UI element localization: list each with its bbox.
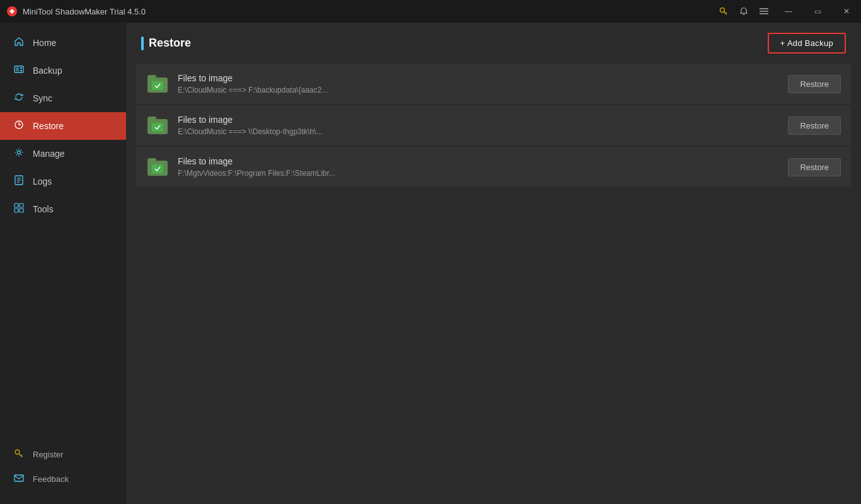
svg-point-19 — [15, 450, 20, 454]
titlebar-left: MiniTool ShadowMaker Trial 4.5.0 — [6, 6, 146, 17]
backup-info: Files to image E:\CloudMusic ===> \\Desk… — [178, 115, 779, 136]
svg-rect-16 — [20, 203, 23, 207]
backup-name: Files to image — [178, 73, 779, 83]
main-layout: Home Backup — [0, 23, 861, 504]
page-title-accent — [141, 37, 144, 50]
table-row: Files to image E:\CloudMusic ===> F:\bac… — [136, 64, 851, 104]
svg-rect-15 — [14, 203, 18, 207]
sidebar-item-feedback[interactable]: Feedback — [0, 467, 126, 491]
page-title: Restore — [149, 37, 191, 50]
sidebar-home-label: Home — [33, 38, 56, 48]
folder-icon — [147, 117, 168, 134]
table-row: Files to image E:\CloudMusic ===> \\Desk… — [136, 105, 851, 146]
sidebar-restore-label: Restore — [33, 121, 64, 131]
sidebar-bottom: Register Feedback — [0, 442, 126, 504]
page-header: Restore + Add Backup — [126, 23, 861, 64]
page-title-wrapper: Restore — [141, 37, 191, 50]
svg-rect-7 — [20, 67, 22, 69]
folder-icon — [147, 158, 168, 176]
sync-icon — [13, 92, 25, 105]
restore-button-2[interactable]: Restore — [788, 117, 841, 135]
sidebar-nav: Home Backup — [0, 23, 126, 442]
sidebar-manage-label: Manage — [33, 149, 65, 159]
sidebar-sync-label: Sync — [33, 93, 52, 103]
svg-rect-20 — [14, 475, 23, 481]
sidebar-item-sync[interactable]: Sync — [0, 84, 126, 112]
add-backup-button[interactable]: + Add Backup — [768, 33, 846, 54]
sidebar: Home Backup — [0, 23, 126, 504]
backup-path: E:\CloudMusic ===> \\Desktop-thgp3tk\h\.… — [178, 127, 779, 136]
backup-icon-wrapper — [146, 114, 169, 137]
svg-rect-3 — [760, 11, 768, 12]
logs-icon — [13, 175, 25, 188]
close-button[interactable]: ✕ — [832, 1, 861, 21]
key-icon-btn[interactable] — [714, 1, 734, 21]
svg-rect-18 — [20, 209, 23, 212]
key-icon — [719, 7, 728, 16]
maximize-button[interactable]: ▭ — [803, 1, 832, 21]
svg-point-10 — [18, 151, 21, 154]
menu-icon-btn[interactable] — [754, 1, 774, 21]
sidebar-item-manage[interactable]: Manage — [0, 140, 126, 168]
hamburger-icon — [760, 7, 768, 16]
content-area: Restore + Add Backup — [126, 23, 861, 504]
sidebar-tools-label: Tools — [33, 204, 54, 214]
svg-rect-6 — [16, 67, 19, 71]
minimize-button[interactable]: — — [774, 1, 803, 21]
backup-info: Files to image F:\MgtvVideos;F:\Program … — [178, 156, 779, 178]
tools-icon — [13, 203, 25, 215]
svg-rect-17 — [14, 209, 18, 212]
app-logo — [6, 6, 18, 17]
backup-name: Files to image — [178, 115, 779, 125]
titlebar: MiniTool ShadowMaker Trial 4.5.0 — — [0, 0, 861, 23]
bell-icon-btn[interactable] — [734, 1, 754, 21]
backup-icon-wrapper — [146, 156, 169, 178]
sidebar-item-tools[interactable]: Tools — [0, 195, 126, 223]
manage-icon — [13, 147, 25, 160]
backup-list: Files to image E:\CloudMusic ===> F:\bac… — [126, 64, 861, 187]
restore-icon — [13, 120, 25, 132]
svg-rect-2 — [760, 8, 768, 9]
backup-icon — [13, 64, 25, 77]
backup-icon-wrapper — [146, 72, 169, 95]
sidebar-item-backup[interactable]: Backup — [0, 57, 126, 84]
restore-button-1[interactable]: Restore — [788, 75, 841, 93]
titlebar-actions: — ▭ ✕ — [714, 1, 861, 21]
home-icon — [13, 37, 25, 49]
folder-icon — [147, 75, 168, 93]
svg-rect-4 — [760, 13, 768, 14]
sidebar-item-home[interactable]: Home — [0, 29, 126, 57]
sidebar-item-logs[interactable]: Logs — [0, 168, 126, 195]
sidebar-item-restore[interactable]: Restore — [0, 112, 126, 140]
register-label: Register — [33, 450, 63, 459]
app-title: MiniTool ShadowMaker Trial 4.5.0 — [23, 7, 146, 16]
sidebar-logs-label: Logs — [33, 176, 52, 186]
register-key-icon — [13, 449, 25, 461]
feedback-mail-icon — [13, 473, 25, 485]
backup-path: E:\CloudMusic ===> F:\backupdata\{aaac2.… — [178, 86, 779, 94]
svg-point-1 — [720, 8, 725, 13]
backup-info: Files to image E:\CloudMusic ===> F:\bac… — [178, 73, 779, 94]
feedback-label: Feedback — [33, 474, 69, 484]
backup-name: Files to image — [178, 156, 779, 166]
sidebar-backup-label: Backup — [33, 66, 62, 76]
backup-path: F:\MgtvVideos;F:\Program Files;F:\SteamL… — [178, 169, 779, 178]
restore-button-3[interactable]: Restore — [788, 158, 841, 176]
sidebar-item-register[interactable]: Register — [0, 442, 126, 467]
table-row: Files to image F:\MgtvVideos;F:\Program … — [136, 147, 851, 187]
bell-icon — [739, 7, 748, 16]
svg-rect-8 — [20, 70, 22, 71]
